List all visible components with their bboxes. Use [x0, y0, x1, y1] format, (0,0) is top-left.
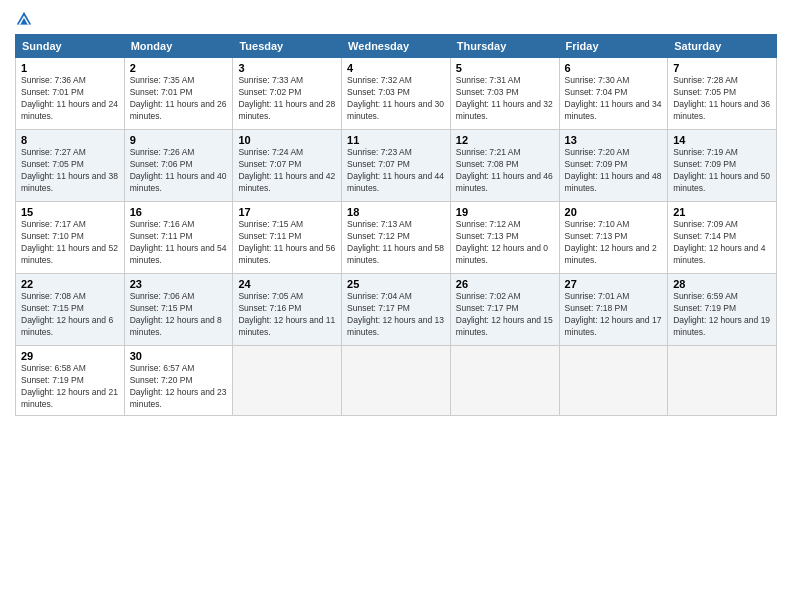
day-number: 13 [565, 134, 663, 146]
page: SundayMondayTuesdayWednesdayThursdayFrid… [0, 0, 792, 426]
calendar-day-cell: 29Sunrise: 6:58 AMSunset: 7:19 PMDayligh… [16, 346, 125, 416]
calendar-day-cell [668, 346, 777, 416]
day-number: 5 [456, 62, 554, 74]
logo [15, 10, 35, 28]
calendar-day-cell: 10Sunrise: 7:24 AMSunset: 7:07 PMDayligh… [233, 130, 342, 202]
calendar-day-cell: 20Sunrise: 7:10 AMSunset: 7:13 PMDayligh… [559, 202, 668, 274]
header [15, 10, 777, 28]
day-number: 19 [456, 206, 554, 218]
day-info: Sunrise: 7:16 AMSunset: 7:11 PMDaylight:… [130, 219, 228, 267]
day-number: 25 [347, 278, 445, 290]
day-info: Sunrise: 7:08 AMSunset: 7:15 PMDaylight:… [21, 291, 119, 339]
day-number: 10 [238, 134, 336, 146]
day-info: Sunrise: 7:32 AMSunset: 7:03 PMDaylight:… [347, 75, 445, 123]
day-info: Sunrise: 7:35 AMSunset: 7:01 PMDaylight:… [130, 75, 228, 123]
calendar-day-cell: 5Sunrise: 7:31 AMSunset: 7:03 PMDaylight… [450, 58, 559, 130]
day-number: 28 [673, 278, 771, 290]
day-number: 15 [21, 206, 119, 218]
calendar-header-row: SundayMondayTuesdayWednesdayThursdayFrid… [16, 35, 777, 58]
day-info: Sunrise: 7:30 AMSunset: 7:04 PMDaylight:… [565, 75, 663, 123]
day-info: Sunrise: 6:58 AMSunset: 7:19 PMDaylight:… [21, 363, 119, 411]
calendar-day-cell: 12Sunrise: 7:21 AMSunset: 7:08 PMDayligh… [450, 130, 559, 202]
day-number: 3 [238, 62, 336, 74]
day-number: 12 [456, 134, 554, 146]
calendar-day-cell: 22Sunrise: 7:08 AMSunset: 7:15 PMDayligh… [16, 274, 125, 346]
calendar-day-cell: 11Sunrise: 7:23 AMSunset: 7:07 PMDayligh… [342, 130, 451, 202]
day-number: 27 [565, 278, 663, 290]
day-info: Sunrise: 7:26 AMSunset: 7:06 PMDaylight:… [130, 147, 228, 195]
day-number: 7 [673, 62, 771, 74]
calendar-header-cell: Thursday [450, 35, 559, 58]
day-info: Sunrise: 7:23 AMSunset: 7:07 PMDaylight:… [347, 147, 445, 195]
calendar-day-cell: 9Sunrise: 7:26 AMSunset: 7:06 PMDaylight… [124, 130, 233, 202]
day-number: 26 [456, 278, 554, 290]
day-number: 4 [347, 62, 445, 74]
day-info: Sunrise: 7:05 AMSunset: 7:16 PMDaylight:… [238, 291, 336, 339]
logo-icon [15, 10, 33, 28]
day-info: Sunrise: 7:06 AMSunset: 7:15 PMDaylight:… [130, 291, 228, 339]
day-number: 8 [21, 134, 119, 146]
calendar-day-cell: 19Sunrise: 7:12 AMSunset: 7:13 PMDayligh… [450, 202, 559, 274]
calendar-day-cell [559, 346, 668, 416]
day-number: 21 [673, 206, 771, 218]
calendar-day-cell: 23Sunrise: 7:06 AMSunset: 7:15 PMDayligh… [124, 274, 233, 346]
calendar-day-cell [342, 346, 451, 416]
day-info: Sunrise: 7:24 AMSunset: 7:07 PMDaylight:… [238, 147, 336, 195]
day-info: Sunrise: 7:27 AMSunset: 7:05 PMDaylight:… [21, 147, 119, 195]
day-info: Sunrise: 7:21 AMSunset: 7:08 PMDaylight:… [456, 147, 554, 195]
calendar-day-cell: 8Sunrise: 7:27 AMSunset: 7:05 PMDaylight… [16, 130, 125, 202]
calendar-day-cell: 16Sunrise: 7:16 AMSunset: 7:11 PMDayligh… [124, 202, 233, 274]
calendar-day-cell: 26Sunrise: 7:02 AMSunset: 7:17 PMDayligh… [450, 274, 559, 346]
day-number: 23 [130, 278, 228, 290]
calendar-day-cell: 7Sunrise: 7:28 AMSunset: 7:05 PMDaylight… [668, 58, 777, 130]
day-info: Sunrise: 7:10 AMSunset: 7:13 PMDaylight:… [565, 219, 663, 267]
calendar-day-cell: 17Sunrise: 7:15 AMSunset: 7:11 PMDayligh… [233, 202, 342, 274]
calendar-week-row: 15Sunrise: 7:17 AMSunset: 7:10 PMDayligh… [16, 202, 777, 274]
day-number: 18 [347, 206, 445, 218]
calendar-day-cell: 27Sunrise: 7:01 AMSunset: 7:18 PMDayligh… [559, 274, 668, 346]
calendar-header-cell: Friday [559, 35, 668, 58]
calendar-day-cell: 6Sunrise: 7:30 AMSunset: 7:04 PMDaylight… [559, 58, 668, 130]
calendar-day-cell: 25Sunrise: 7:04 AMSunset: 7:17 PMDayligh… [342, 274, 451, 346]
day-info: Sunrise: 7:28 AMSunset: 7:05 PMDaylight:… [673, 75, 771, 123]
day-info: Sunrise: 7:04 AMSunset: 7:17 PMDaylight:… [347, 291, 445, 339]
calendar-day-cell: 24Sunrise: 7:05 AMSunset: 7:16 PMDayligh… [233, 274, 342, 346]
calendar-body: 1Sunrise: 7:36 AMSunset: 7:01 PMDaylight… [16, 58, 777, 416]
calendar-header-cell: Monday [124, 35, 233, 58]
day-number: 9 [130, 134, 228, 146]
day-number: 1 [21, 62, 119, 74]
day-number: 24 [238, 278, 336, 290]
calendar-week-row: 22Sunrise: 7:08 AMSunset: 7:15 PMDayligh… [16, 274, 777, 346]
calendar-day-cell: 15Sunrise: 7:17 AMSunset: 7:10 PMDayligh… [16, 202, 125, 274]
day-info: Sunrise: 7:09 AMSunset: 7:14 PMDaylight:… [673, 219, 771, 267]
day-info: Sunrise: 7:33 AMSunset: 7:02 PMDaylight:… [238, 75, 336, 123]
day-info: Sunrise: 7:13 AMSunset: 7:12 PMDaylight:… [347, 219, 445, 267]
calendar-day-cell: 2Sunrise: 7:35 AMSunset: 7:01 PMDaylight… [124, 58, 233, 130]
calendar-week-row: 29Sunrise: 6:58 AMSunset: 7:19 PMDayligh… [16, 346, 777, 416]
calendar-day-cell: 3Sunrise: 7:33 AMSunset: 7:02 PMDaylight… [233, 58, 342, 130]
day-number: 6 [565, 62, 663, 74]
calendar-header-cell: Sunday [16, 35, 125, 58]
day-info: Sunrise: 7:12 AMSunset: 7:13 PMDaylight:… [456, 219, 554, 267]
day-info: Sunrise: 7:17 AMSunset: 7:10 PMDaylight:… [21, 219, 119, 267]
day-number: 22 [21, 278, 119, 290]
calendar-day-cell [233, 346, 342, 416]
calendar-day-cell: 28Sunrise: 6:59 AMSunset: 7:19 PMDayligh… [668, 274, 777, 346]
day-info: Sunrise: 6:59 AMSunset: 7:19 PMDaylight:… [673, 291, 771, 339]
calendar-day-cell: 21Sunrise: 7:09 AMSunset: 7:14 PMDayligh… [668, 202, 777, 274]
calendar-day-cell: 4Sunrise: 7:32 AMSunset: 7:03 PMDaylight… [342, 58, 451, 130]
calendar-header-cell: Tuesday [233, 35, 342, 58]
day-number: 20 [565, 206, 663, 218]
day-info: Sunrise: 6:57 AMSunset: 7:20 PMDaylight:… [130, 363, 228, 411]
day-info: Sunrise: 7:19 AMSunset: 7:09 PMDaylight:… [673, 147, 771, 195]
day-number: 17 [238, 206, 336, 218]
calendar-day-cell: 14Sunrise: 7:19 AMSunset: 7:09 PMDayligh… [668, 130, 777, 202]
calendar-day-cell: 1Sunrise: 7:36 AMSunset: 7:01 PMDaylight… [16, 58, 125, 130]
calendar-header-cell: Saturday [668, 35, 777, 58]
day-info: Sunrise: 7:15 AMSunset: 7:11 PMDaylight:… [238, 219, 336, 267]
day-number: 14 [673, 134, 771, 146]
day-number: 16 [130, 206, 228, 218]
day-info: Sunrise: 7:20 AMSunset: 7:09 PMDaylight:… [565, 147, 663, 195]
day-number: 30 [130, 350, 228, 362]
day-info: Sunrise: 7:02 AMSunset: 7:17 PMDaylight:… [456, 291, 554, 339]
